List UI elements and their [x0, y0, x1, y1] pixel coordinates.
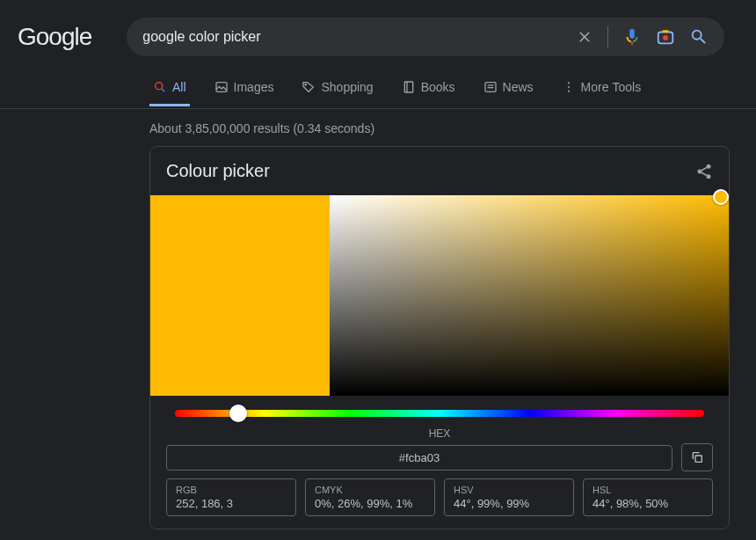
color-swatch	[150, 195, 330, 396]
cmyk-value: 0%, 26%, 99%, 1%	[315, 497, 425, 510]
cmyk-label: CMYK	[315, 485, 425, 495]
saturation-handle[interactable]	[713, 189, 729, 205]
tab-images-label: Images	[234, 80, 274, 94]
svg-point-15	[707, 164, 711, 168]
svg-point-17	[707, 174, 711, 179]
mic-icon[interactable]	[622, 27, 642, 47]
hex-label: HEX	[166, 427, 713, 440]
share-icon[interactable]	[695, 163, 713, 180]
search-input[interactable]	[142, 29, 565, 45]
color-picker-card: Colour picker HEX #fcba03 RGB 252, 186, …	[149, 146, 730, 529]
svg-point-12	[568, 82, 570, 84]
tab-shopping-label: Shopping	[321, 80, 373, 94]
news-icon	[483, 80, 498, 94]
svg-rect-2	[663, 30, 669, 33]
tab-news-label: News	[503, 80, 534, 94]
tab-news[interactable]: News	[480, 68, 537, 106]
search-bar	[127, 18, 724, 56]
image-icon	[214, 80, 229, 94]
results-count: About 3,85,00,000 results (0.34 seconds)	[0, 109, 756, 144]
tag-icon	[302, 80, 316, 94]
svg-point-16	[698, 169, 702, 173]
rgb-label: RGB	[176, 485, 287, 495]
hsl-label: HSL	[592, 485, 703, 495]
card-title: Colour picker	[166, 161, 270, 181]
clear-icon[interactable]	[576, 28, 593, 46]
svg-rect-7	[404, 82, 412, 92]
rgb-value: 252, 186, 3	[176, 497, 287, 510]
camera-icon[interactable]	[656, 27, 675, 47]
svg-point-3	[156, 82, 163, 89]
tab-more-label: More	[581, 80, 609, 94]
hue-handle[interactable]	[229, 405, 247, 422]
saturation-field[interactable]	[330, 195, 729, 396]
hsl-box[interactable]: HSL 44°, 98%, 50%	[583, 478, 713, 516]
hsv-box[interactable]: HSV 44°, 99%, 99%	[444, 478, 574, 516]
hex-value-box[interactable]: #fcba03	[166, 445, 672, 471]
copy-icon	[690, 450, 704, 464]
svg-point-6	[305, 84, 306, 84]
svg-point-13	[568, 85, 570, 87]
google-logo[interactable]: Google	[18, 23, 91, 51]
svg-rect-18	[695, 456, 701, 462]
svg-point-14	[568, 90, 570, 91]
tab-all-label: All	[172, 80, 186, 94]
svg-line-4	[162, 89, 164, 91]
search-small-icon	[153, 80, 167, 94]
more-vert-icon	[562, 80, 576, 94]
hsl-value: 44°, 98%, 50%	[592, 497, 703, 510]
svg-point-1	[663, 35, 668, 40]
tab-books[interactable]: Books	[398, 68, 459, 106]
tab-shopping[interactable]: Shopping	[298, 68, 376, 106]
rgb-box[interactable]: RGB 252, 186, 3	[166, 478, 296, 516]
copy-button[interactable]	[681, 443, 713, 471]
cmyk-box[interactable]: CMYK 0%, 26%, 99%, 1%	[305, 478, 435, 516]
tab-more[interactable]: More	[558, 68, 613, 106]
tab-images[interactable]: Images	[211, 68, 278, 106]
hsv-value: 44°, 99%, 99%	[454, 497, 564, 510]
hsv-label: HSV	[454, 485, 564, 495]
search-icon[interactable]	[689, 27, 709, 47]
divider	[607, 26, 608, 47]
tab-all[interactable]: All	[149, 68, 190, 106]
tools-link[interactable]: Tools	[613, 80, 642, 94]
hue-slider[interactable]	[175, 410, 704, 417]
book-icon	[402, 80, 416, 94]
tab-books-label: Books	[421, 80, 455, 94]
